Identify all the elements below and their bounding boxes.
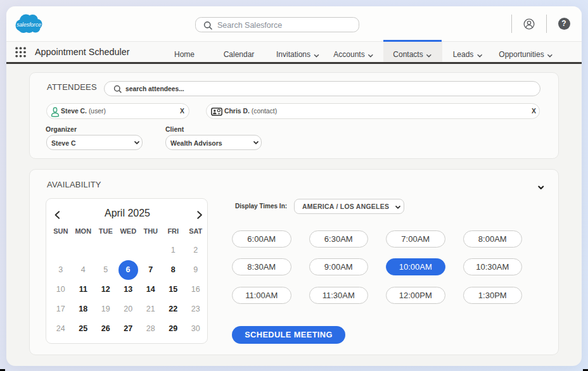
svg-text:salesforce: salesforce: [16, 22, 41, 28]
